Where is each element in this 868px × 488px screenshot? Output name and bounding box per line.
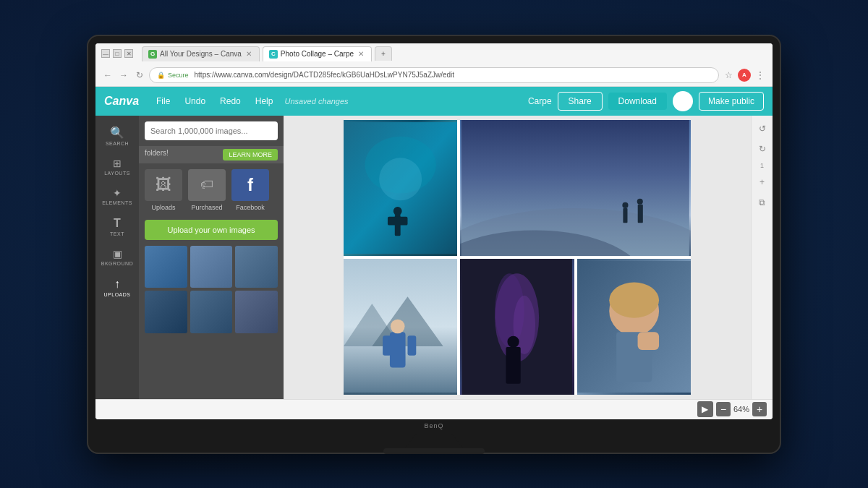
upload-thumb-6[interactable] — [235, 291, 278, 333]
learn-more-button[interactable]: LEARN MORE — [223, 149, 278, 160]
snowy-person-image — [344, 259, 457, 395]
uploads-icon: ↑ — [114, 278, 120, 291]
upload-thumb-1[interactable] — [145, 246, 187, 288]
photo-woman-tattoo[interactable] — [577, 259, 691, 395]
woman-tattoo-image — [577, 259, 691, 395]
download-button[interactable]: Download — [608, 93, 667, 110]
tab-close-collage[interactable]: ✕ — [357, 50, 365, 59]
purchased-tab-icon: 🏷 — [188, 169, 226, 201]
reload-button[interactable]: ↻ — [133, 69, 146, 82]
secure-label: Secure — [168, 72, 189, 79]
tab-photo-collage[interactable]: C Photo Collage – Carpe ✕ — [263, 46, 372, 61]
svg-point-17 — [391, 319, 405, 333]
monitor-stand — [405, 434, 463, 448]
tab-favicon-canva: G — [148, 50, 157, 59]
secure-badge: 🔒 — [157, 72, 165, 79]
svg-rect-18 — [383, 335, 391, 356]
help-menu[interactable]: Help — [252, 95, 276, 108]
copy-page-tool[interactable]: ⧉ — [755, 195, 770, 210]
ice-cave-image — [344, 120, 457, 256]
tab-facebook[interactable]: f Facebook — [231, 169, 269, 211]
extension-button[interactable]: A — [738, 69, 751, 82]
address-bar[interactable]: 🔒 Secure https://www.canva.com/design/DA… — [149, 67, 719, 83]
svg-rect-30 — [637, 332, 658, 350]
facebook-tab-label: Facebook — [236, 204, 265, 211]
image-search-input[interactable] — [145, 121, 278, 140]
tab-new[interactable]: + — [375, 46, 392, 61]
purchased-icon-img: 🏷 — [188, 169, 226, 201]
photo-ice-cave[interactable] — [344, 120, 457, 256]
zoom-level: 64% — [733, 405, 749, 414]
tag-icon: 🏷 — [200, 177, 213, 192]
photo-misty-hills[interactable] — [460, 120, 691, 256]
browser-addressbar: ← → ↻ 🔒 Secure https://www.canva.com/des… — [95, 64, 773, 86]
elements-icon: ✦ — [113, 187, 122, 199]
unsaved-status: Unsaved changes — [284, 97, 519, 106]
back-button[interactable]: ← — [101, 69, 114, 82]
canvas-area[interactable] — [284, 116, 751, 399]
add-page-tool[interactable]: + — [755, 175, 770, 189]
user-name: Carpe — [528, 96, 552, 106]
svg-rect-16 — [390, 332, 406, 367]
share-button[interactable]: Share — [558, 92, 603, 111]
canva-header: Canva File Undo Redo Help Unsaved change… — [95, 87, 773, 116]
canva-body: 🔍 SEARCH ⊞ LAYOUTS ✦ ELEMENTS T TEXT — [95, 116, 773, 399]
search-icon: 🔍 — [110, 126, 124, 140]
tab-purchased[interactable]: 🏷 Purchased — [188, 169, 226, 211]
upload-images-button[interactable]: Upload your own images — [145, 220, 278, 240]
photo-smoke[interactable] — [460, 259, 574, 395]
maximize-button[interactable]: □ — [113, 49, 122, 58]
right-sidebar: ↺ ↻ 1 + ⧉ — [751, 116, 773, 399]
bookmark-button[interactable]: ☆ — [722, 69, 735, 82]
photo-snowy-person[interactable] — [344, 259, 457, 395]
svg-point-10 — [623, 202, 629, 207]
svg-point-29 — [609, 282, 659, 317]
sidebar-item-elements[interactable]: ✦ ELEMENTS — [95, 183, 139, 210]
sidebar-item-text[interactable]: T TEXT — [95, 213, 139, 241]
upload-thumb-4[interactable] — [145, 291, 187, 333]
browser-chrome: — □ ✕ G All Your Designs – Canva ✕ C Pho… — [95, 43, 773, 87]
upload-thumb-5[interactable] — [190, 291, 233, 333]
tab-uploads[interactable]: 🖼 Uploads — [145, 169, 182, 211]
file-menu[interactable]: File — [153, 95, 173, 108]
sidebar-item-search[interactable]: 🔍 SEARCH — [95, 121, 139, 150]
window-controls: — □ ✕ — [101, 49, 133, 58]
redo-button[interactable]: Redo — [217, 95, 244, 108]
close-button[interactable]: ✕ — [124, 49, 133, 58]
smoke-image — [460, 259, 574, 395]
svg-rect-24 — [506, 346, 521, 383]
tab-label-designs: All Your Designs – Canva — [160, 50, 242, 58]
undo-button[interactable]: Undo — [182, 95, 208, 108]
make-public-button[interactable]: Make public — [699, 92, 764, 111]
canvas-content — [344, 120, 691, 395]
tab-close-designs[interactable]: ✕ — [244, 50, 253, 59]
tab-all-designs[interactable]: G All Your Designs – Canva ✕ — [142, 46, 260, 61]
sidebar-item-layouts[interactable]: ⊞ LAYOUTS — [95, 153, 139, 180]
left-sidebar: 🔍 SEARCH ⊞ LAYOUTS ✦ ELEMENTS T TEXT — [95, 116, 139, 399]
avatar[interactable] — [673, 91, 693, 111]
upload-thumb-2[interactable] — [190, 246, 233, 288]
panel-search — [139, 116, 284, 146]
upload-thumb-3[interactable] — [235, 246, 278, 288]
forward-button[interactable]: → — [117, 69, 130, 82]
canva-logo[interactable]: Canva — [104, 95, 139, 108]
undo-tool[interactable]: ↺ — [755, 121, 770, 136]
svg-point-4 — [393, 207, 402, 215]
sidebar-item-background[interactable]: ▣ BKGROUND — [95, 244, 139, 270]
browser-titlebar: — □ ✕ G All Your Designs – Canva ✕ C Pho… — [95, 43, 773, 64]
redo-tool[interactable]: ↻ — [755, 142, 770, 156]
svg-point-25 — [508, 335, 519, 347]
zoom-in-button[interactable]: + — [752, 402, 767, 416]
present-button[interactable]: ▶ — [697, 401, 713, 417]
facebook-icon: f — [231, 169, 269, 201]
text-icon: T — [114, 217, 121, 230]
monitor-base — [383, 448, 485, 454]
sidebar-item-uploads[interactable]: ↑ UPLOADS — [95, 273, 139, 301]
monitor-brand: BenQ — [424, 419, 443, 434]
panel-tabs: 🖼 Uploads 🏷 Purchased — [139, 163, 284, 217]
uploads-grid — [139, 243, 284, 336]
browser-menu-button[interactable]: ⋮ — [754, 69, 767, 82]
facebook-tab-icon: f — [231, 169, 269, 201]
zoom-out-button[interactable]: − — [716, 402, 731, 416]
minimize-button[interactable]: — — [101, 49, 110, 58]
